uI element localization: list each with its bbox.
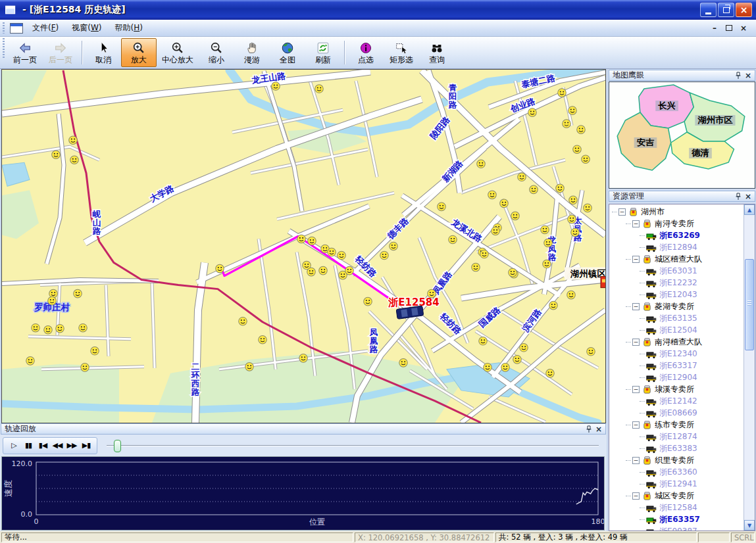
map-viewport[interactable]: 龙王山路泰塘二路创业路青阳路陵阳路新湖路大学路岘山路德丰路龙溪北路轻纺路凤凰路轻… bbox=[1, 69, 606, 423]
vehicle-marker[interactable] bbox=[308, 237, 316, 245]
vehicle-marker[interactable] bbox=[530, 185, 538, 194]
tree-item-vehicle[interactable]: 浙E12142 bbox=[609, 395, 743, 407]
vehicle-marker[interactable] bbox=[501, 364, 510, 372]
vehicle-marker[interactable] bbox=[328, 248, 336, 256]
vehicle-marker[interactable] bbox=[272, 82, 280, 91]
tree-item-vehicle[interactable]: 浙E12904 bbox=[609, 371, 743, 383]
scroll-down-button[interactable]: ▼ bbox=[744, 520, 755, 531]
mdi-minimize-button[interactable]: – bbox=[709, 23, 720, 34]
tree-item-vehicle[interactable]: 浙E12584 bbox=[609, 502, 743, 513]
vehicle-marker[interactable] bbox=[56, 324, 64, 333]
tree-item-vehicle[interactable]: 浙E63317 bbox=[609, 360, 743, 371]
toolbar-grip[interactable] bbox=[3, 38, 5, 59]
vehicle-marker[interactable] bbox=[500, 199, 509, 208]
tree-expand-toggle[interactable]: − bbox=[632, 492, 640, 500]
vehicle-marker[interactable] bbox=[577, 126, 586, 134]
vehicle-marker[interactable] bbox=[438, 202, 446, 211]
minimize-button[interactable] bbox=[700, 3, 717, 17]
vehicle-marker[interactable] bbox=[513, 356, 522, 364]
vehicle-marker[interactable] bbox=[239, 317, 247, 325]
skip-end-button[interactable]: ▶▮ bbox=[80, 439, 93, 452]
vehicle-marker[interactable] bbox=[509, 268, 517, 277]
vehicle-marker[interactable] bbox=[259, 335, 267, 344]
vehicle-marker[interactable] bbox=[319, 266, 328, 275]
zoom-center-button[interactable]: 中心放大 bbox=[157, 38, 199, 67]
title-bar[interactable]: - [浙E12584 历史轨迹] × bbox=[0, 0, 756, 20]
tree-item-vehicle[interactable]: 浙E63269 bbox=[609, 229, 743, 241]
play-button[interactable]: ▷ bbox=[7, 439, 20, 452]
tree-expand-toggle[interactable]: − bbox=[632, 421, 640, 429]
tree-item-group[interactable]: −城区专卖所 bbox=[609, 490, 743, 502]
vehicle-marker[interactable] bbox=[44, 325, 53, 334]
rewind-button[interactable]: ◀◀ bbox=[51, 439, 64, 452]
fast-forward-button[interactable]: ▶▶ bbox=[65, 439, 78, 452]
vehicle-marker[interactable] bbox=[380, 251, 389, 260]
vehicle-marker[interactable] bbox=[48, 296, 57, 305]
point-select-button[interactable]: 点选 bbox=[348, 38, 384, 67]
overview-map[interactable]: 长兴湖州市区安吉德清 bbox=[609, 82, 755, 189]
tree-item-vehicle[interactable]: 浙E12232 bbox=[609, 277, 743, 289]
tree-item-vehicle[interactable]: 浙E12043 bbox=[609, 289, 743, 300]
tree-expand-toggle[interactable]: − bbox=[632, 386, 640, 393]
vehicle-marker[interactable] bbox=[582, 155, 590, 164]
tree-item-group[interactable]: −南浔专卖所 bbox=[609, 218, 743, 229]
vehicle-marker[interactable] bbox=[587, 347, 595, 356]
vehicle-marker[interactable] bbox=[91, 346, 99, 355]
vehicle-marker[interactable] bbox=[556, 184, 565, 193]
zoom-out-button[interactable]: 缩小 bbox=[199, 38, 234, 67]
mdi-close-button[interactable]: × bbox=[738, 23, 749, 34]
vehicle-marker[interactable] bbox=[558, 89, 567, 97]
tree-item-vehicle[interactable]: 浙E63383 bbox=[609, 442, 743, 454]
tree-item-vehicle[interactable]: 浙E12894 bbox=[609, 241, 743, 253]
tree-item-vehicle[interactable]: 浙E12504 bbox=[609, 324, 743, 336]
vehicle-marker[interactable] bbox=[491, 227, 500, 235]
vehicle-marker[interactable] bbox=[79, 323, 88, 332]
pin-icon[interactable] bbox=[586, 425, 592, 433]
playback-slider[interactable] bbox=[107, 439, 600, 452]
tree-item-vehicle[interactable]: 浙E12941 bbox=[609, 478, 743, 490]
vehicle-marker[interactable] bbox=[571, 228, 580, 237]
scroll-up-button[interactable]: ▲ bbox=[744, 204, 755, 215]
vehicle-marker[interactable] bbox=[449, 235, 457, 244]
vehicle-marker[interactable] bbox=[390, 242, 398, 250]
vehicle-marker[interactable] bbox=[573, 145, 582, 154]
pin-icon[interactable] bbox=[735, 72, 742, 80]
rect-select-button[interactable]: 矩形选 bbox=[384, 38, 419, 67]
menu-item[interactable]: 视窗(W) bbox=[65, 21, 108, 34]
vehicle-marker[interactable] bbox=[315, 85, 324, 93]
tree-item-group[interactable]: −城区稽查大队 bbox=[609, 253, 743, 265]
vehicle-marker[interactable] bbox=[399, 359, 408, 367]
tree-item-vehicle[interactable]: 浙E12874 bbox=[609, 431, 743, 442]
vehicle-marker[interactable] bbox=[477, 160, 486, 168]
vehicle-marker[interactable] bbox=[569, 196, 578, 204]
vehicle-marker[interactable] bbox=[528, 108, 537, 117]
zoom-in-button[interactable]: 放大 bbox=[121, 38, 157, 67]
vehicle-marker[interactable] bbox=[32, 323, 40, 332]
close-icon[interactable]: × bbox=[745, 72, 751, 79]
skip-start-button[interactable]: ▮◀ bbox=[36, 439, 49, 452]
query-button[interactable]: 查询 bbox=[419, 38, 455, 67]
cancel-button[interactable]: 取消 bbox=[86, 38, 121, 67]
tree-item-group[interactable]: −织里专卖所 bbox=[609, 454, 743, 466]
vehicle-marker[interactable] bbox=[472, 263, 480, 272]
vehicle-marker[interactable] bbox=[549, 301, 558, 310]
tree-expand-toggle[interactable]: − bbox=[632, 256, 640, 263]
restore-button[interactable] bbox=[718, 3, 734, 17]
vehicle-marker[interactable] bbox=[299, 354, 308, 363]
pause-button[interactable]: ▮▮ bbox=[22, 439, 35, 452]
tree-expand-toggle[interactable]: − bbox=[618, 208, 626, 216]
tree-item-vehicle[interactable]: 浙E09387 bbox=[609, 525, 743, 531]
tree-item-vehicle[interactable]: 浙E63031 bbox=[609, 265, 743, 277]
vehicle-marker[interactable] bbox=[69, 136, 78, 145]
vehicle-marker[interactable] bbox=[488, 191, 497, 199]
menu-item[interactable]: 帮助(H) bbox=[109, 21, 149, 34]
vehicle-marker[interactable] bbox=[511, 212, 520, 220]
full-extent-button[interactable]: 全图 bbox=[270, 38, 305, 67]
refresh-button[interactable]: 刷新 bbox=[305, 38, 341, 67]
pan-button[interactable]: 漫游 bbox=[234, 38, 270, 67]
tree-expand-toggle[interactable]: − bbox=[632, 220, 640, 227]
vehicle-marker[interactable] bbox=[584, 204, 592, 212]
close-icon[interactable]: × bbox=[745, 193, 751, 200]
tree-expand-toggle[interactable]: − bbox=[632, 339, 640, 346]
tree-expand-toggle[interactable]: − bbox=[632, 457, 640, 464]
